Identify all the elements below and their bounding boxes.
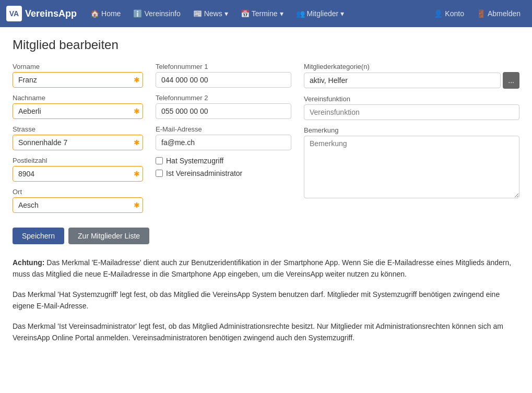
ist-vereinsadmin-label: Ist Vereinsadministrator <box>166 169 242 177</box>
ort-label: Ort <box>13 188 143 196</box>
vereinsfunktion-input[interactable] <box>304 104 519 120</box>
home-icon: 🏠 <box>90 9 99 18</box>
info-text-1: Achtung: Das Merkmal 'E-Mailadresse' die… <box>13 257 519 280</box>
bemerkung-field-group: Bemerkung <box>304 126 519 200</box>
telefon1-label: Telefonnummer 1 <box>156 63 291 70</box>
info-text-1-body: Das Merkmal 'E-Mailadresse' dient auch z… <box>13 258 511 278</box>
telefon2-input[interactable] <box>156 103 291 119</box>
nachname-field-group: Nachname ✱ <box>13 94 143 119</box>
nachname-label: Nachname <box>13 94 143 102</box>
mitgliederkategorie-field-group: Mitgliederkategorie(n) ... <box>304 63 519 89</box>
nav-termine-label: Termine <box>252 9 278 18</box>
ist-vereinsadmin-group: Ist Vereinsadministrator <box>156 169 291 177</box>
telefon1-field-group: Telefonnummer 1 <box>156 63 291 88</box>
info-section: Achtung: Das Merkmal 'E-Mailadresse' die… <box>13 257 519 343</box>
nav-item-vereinsinfo[interactable]: ℹ️ Vereinsinfo <box>128 6 185 21</box>
ort-input-wrapper: ✱ <box>13 197 143 213</box>
info-text-2: Das Merkmal 'Hat Systemzugriff' legt fes… <box>13 289 519 312</box>
ort-input[interactable] <box>13 197 143 213</box>
nav-vereinsinfo-label: Vereinsinfo <box>144 9 180 18</box>
achtung-bold: Achtung: <box>13 258 44 267</box>
chevron-down-icon: ▾ <box>224 9 228 18</box>
mitgliederkategorie-wrapper: ... <box>304 72 519 89</box>
strasse-input[interactable] <box>13 135 143 150</box>
nachname-input-wrapper: ✱ <box>13 103 143 119</box>
logout-icon: 🚪 <box>477 9 486 18</box>
calendar-icon: 📅 <box>241 9 250 18</box>
vorname-input[interactable] <box>13 72 143 88</box>
brand-name: VereinsApp <box>25 8 77 19</box>
nav-abmelden-label: Abmelden <box>488 9 521 18</box>
form-col-2: Telefonnummer 1 Telefonnummer 2 E-Mail-A… <box>156 63 291 182</box>
nav-item-abmelden[interactable]: 🚪 Abmelden <box>471 6 526 21</box>
nav-right: 👤 Konto 🚪 Abmelden <box>429 6 526 21</box>
nav-home-label: Home <box>101 9 121 18</box>
info-icon: ℹ️ <box>133 9 142 18</box>
hat-systemzugriff-group: Hat Systemzugriff <box>156 157 291 165</box>
page-title: Mitglied bearbeiten <box>13 38 519 52</box>
telefon2-field-group: Telefonnummer 2 <box>156 94 291 119</box>
chevron-down-icon: ▾ <box>280 9 283 18</box>
strasse-input-wrapper: ✱ <box>13 135 143 150</box>
bemerkung-textarea[interactable] <box>304 136 519 198</box>
nachname-input[interactable] <box>13 103 143 119</box>
email-label: E-Mail-Adresse <box>156 125 291 133</box>
email-input[interactable] <box>156 135 291 150</box>
telefon1-input[interactable] <box>156 72 291 88</box>
strasse-label: Strasse <box>13 125 143 133</box>
mitgliederkategorie-label: Mitgliederkategorie(n) <box>304 63 519 70</box>
vorname-field-group: Vorname ✱ <box>13 63 143 88</box>
nav-mitglieder-label: Mitglieder <box>307 9 339 18</box>
nav-konto-label: Konto <box>445 9 464 18</box>
plz-label: Postleitzahl <box>13 157 143 164</box>
telefon2-label: Telefonnummer 2 <box>156 94 291 102</box>
members-icon: 👥 <box>296 9 305 18</box>
hat-systemzugriff-label: Hat Systemzugriff <box>166 157 223 165</box>
mitgliederkategorie-ellipsis-button[interactable]: ... <box>503 72 519 89</box>
nav-news-label: News <box>204 9 222 18</box>
user-icon: 👤 <box>434 9 443 18</box>
mitgliederkategorie-input[interactable] <box>304 73 501 88</box>
navbar: VA VereinsApp 🏠 Home ℹ️ Vereinsinfo 📰 Ne… <box>0 0 532 27</box>
speichern-button[interactable]: Speichern <box>13 228 64 244</box>
nav-item-konto[interactable]: 👤 Konto <box>429 6 469 21</box>
hat-systemzugriff-checkbox[interactable] <box>156 157 163 164</box>
email-field-group: E-Mail-Adresse <box>156 125 291 150</box>
vorname-input-wrapper: ✱ <box>13 72 143 88</box>
action-buttons: Speichern Zur Mitglieder Liste <box>13 228 519 244</box>
mitgliederliste-button[interactable]: Zur Mitglieder Liste <box>68 228 149 244</box>
info-text-3: Das Merkmal 'Ist Vereinsadministrator' l… <box>13 320 519 344</box>
form-col-3: Mitgliederkategorie(n) ... Vereinsfunkti… <box>304 63 519 206</box>
form-col-1: Vorname ✱ Nachname ✱ Strasse ✱ <box>13 63 143 219</box>
nav-item-mitglieder[interactable]: 👥 Mitglieder ▾ <box>291 6 350 21</box>
ort-field-group: Ort ✱ <box>13 188 143 213</box>
form-grid: Vorname ✱ Nachname ✱ Strasse ✱ <box>13 63 519 219</box>
vereinsfunktion-field-group: Vereinsfunktion <box>304 95 519 120</box>
main-content: Mitglied bearbeiten Vorname ✱ Nachname ✱… <box>0 27 532 362</box>
nav-item-news[interactable]: 📰 News ▾ <box>188 6 233 21</box>
brand-icon: VA <box>6 6 22 21</box>
chevron-down-icon: ▾ <box>340 9 344 18</box>
news-icon: 📰 <box>193 9 202 18</box>
vorname-label: Vorname <box>13 63 143 70</box>
nav-item-termine[interactable]: 📅 Termine ▾ <box>235 6 289 21</box>
ist-vereinsadmin-checkbox[interactable] <box>156 170 163 177</box>
bemerkung-label: Bemerkung <box>304 126 519 134</box>
nav-item-home[interactable]: 🏠 Home <box>85 6 126 21</box>
plz-input-wrapper: ✱ <box>13 166 143 182</box>
brand-logo[interactable]: VA VereinsApp <box>6 6 77 21</box>
strasse-field-group: Strasse ✱ <box>13 125 143 150</box>
plz-input[interactable] <box>13 166 143 182</box>
plz-field-group: Postleitzahl ✱ <box>13 157 143 182</box>
vereinsfunktion-label: Vereinsfunktion <box>304 95 519 103</box>
